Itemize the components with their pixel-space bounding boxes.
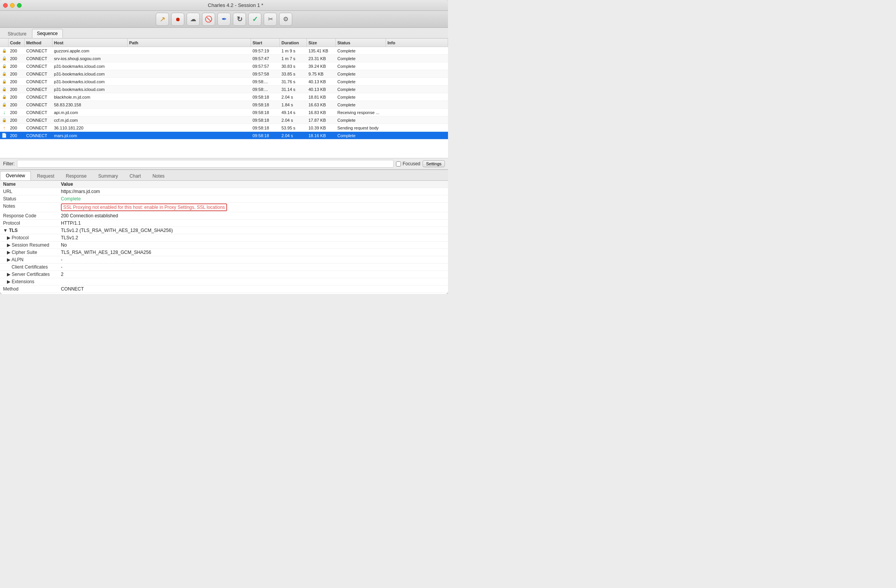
detail-row-tls: ▼ TLS TLSv1.2 (TLS_RSA_WITH_AES_128_GCM_… [0, 227, 448, 234]
table-row[interactable]: ↑ 200 CONNECT 36.110.181.220 09:58:18 53… [0, 124, 448, 132]
table-row[interactable]: 🔒 200 CONNECT p31-bookmarks.icloud.com 0… [0, 70, 448, 78]
cloud-btn[interactable]: ☁ [187, 13, 200, 26]
table-row[interactable]: 🔒 200 CONNECT blackhole.m.jd.com 09:58:1… [0, 93, 448, 101]
notes-label: Notes [0, 203, 58, 212]
refresh-icon: ↻ [237, 15, 243, 24]
td-method: CONNECT [25, 126, 52, 130]
tab-sequence[interactable]: Sequence [32, 29, 63, 38]
detail-row-server-certs: ▶ Server Certificates 2 [0, 271, 448, 278]
table-row[interactable]: ↓ 200 CONNECT api.m.jd.com 09:58:18 49.1… [0, 109, 448, 116]
record-icon: ⏺ [175, 16, 180, 22]
maximize-btn[interactable] [17, 3, 22, 8]
tab-chart[interactable]: Chart [124, 172, 146, 180]
th-info: Info [386, 39, 448, 47]
lock-icon: 🔒 [2, 102, 7, 107]
status-label: Status [0, 195, 58, 203]
tab-structure[interactable]: Structure [3, 30, 31, 38]
th-method: Method [25, 39, 52, 47]
table-row[interactable]: 🔒 200 CONNECT 58.83.230.158 09:58:18 1.8… [0, 101, 448, 109]
td-status: Complete [336, 79, 386, 84]
tls-value: TLSv1.2 (TLS_RSA_WITH_AES_128_GCM_SHA256… [58, 227, 448, 234]
td-icon: 🔒 [0, 56, 8, 60]
td-host: p31-bookmarks.icloud.com [52, 79, 128, 84]
stop-btn[interactable]: 🚫 [202, 13, 215, 26]
td-method: CONNECT [25, 72, 52, 76]
td-icon: 🔒 [0, 118, 8, 122]
detail-row-kept-alive: Kept Alive No [0, 293, 448, 294]
td-host: ccf.m.jd.com [52, 118, 128, 123]
method-value: CONNECT [58, 286, 448, 293]
td-duration: 1 m 9 s [280, 49, 307, 53]
focused-checkbox[interactable] [396, 161, 401, 166]
td-start: 09:58:18 [251, 102, 280, 107]
response-code-value: 200 Connection established [58, 212, 448, 220]
filter-input[interactable] [17, 160, 394, 168]
client-certs-value: - [58, 264, 448, 271]
td-size: 18.16 KB [307, 133, 336, 138]
td-code: 200 [8, 110, 25, 115]
table-row[interactable]: 🔒 200 CONNECT guzzoni.apple.com 09:57:19… [0, 47, 448, 55]
detail-column-header: Name Value [0, 181, 448, 188]
td-icon: 🔒 [0, 102, 8, 107]
td-size: 40.13 KB [307, 79, 336, 84]
tab-response[interactable]: Response [61, 172, 92, 180]
td-status: Sending request body [336, 126, 386, 130]
detail-row-method: Method CONNECT [0, 286, 448, 293]
td-status: Receiving response ... [336, 110, 386, 115]
refresh-btn[interactable]: ↻ [233, 13, 246, 26]
td-status: Complete [336, 133, 386, 138]
td-start: 09:58:18 [251, 95, 280, 99]
record-btn[interactable]: ⏺ [171, 13, 184, 26]
gear-btn[interactable]: ⚙ [279, 13, 292, 26]
table-row[interactable]: 🔒 200 CONNECT p31-bookmarks.icloud.com 0… [0, 86, 448, 93]
pen-btn[interactable]: ✒ [217, 13, 231, 26]
lock-icon: 🔒 [2, 56, 7, 60]
check-btn[interactable]: ✓ [248, 13, 261, 26]
td-code: 200 [8, 72, 25, 76]
td-duration: 33.85 s [280, 72, 307, 76]
value-column-header: Value [58, 181, 448, 188]
td-method: CONNECT [25, 133, 52, 138]
detail-row-response-code: Response Code 200 Connection established [0, 212, 448, 220]
td-duration: 31.76 s [280, 79, 307, 84]
tls-protocol-label: ▶ Protocol [0, 234, 58, 242]
table-row[interactable]: 🔒 200 CONNECT srv-ios.shouji.sogou.com 0… [0, 55, 448, 62]
minimize-btn[interactable] [10, 3, 15, 8]
td-method: CONNECT [25, 110, 52, 115]
td-size: 39.24 KB [307, 64, 336, 69]
td-code: 200 [8, 102, 25, 107]
tab-summary[interactable]: Summary [93, 172, 123, 180]
th-path: Path [128, 39, 251, 47]
td-code: 200 [8, 79, 25, 84]
table-row[interactable]: 🔒 200 CONNECT p31-bookmarks.icloud.com 0… [0, 62, 448, 70]
tools-icon: ✂ [268, 15, 273, 23]
td-method: CONNECT [25, 64, 52, 69]
upload-icon: ↑ [3, 125, 6, 131]
td-code: 200 [8, 49, 25, 53]
document-icon: 📄 [2, 133, 7, 138]
table-row[interactable]: 📄 200 CONNECT mars.jd.com 09:58:18 2.04 … [0, 132, 448, 139]
tab-overview[interactable]: Overview [0, 171, 31, 180]
close-btn[interactable] [3, 3, 8, 8]
table-row[interactable]: 🔒 200 CONNECT p31-bookmarks.icloud.com 0… [0, 78, 448, 86]
name-column-header: Name [0, 181, 58, 188]
lock-icon: 🔒 [2, 72, 7, 76]
detail-row-client-certs: Client Certificates - [0, 264, 448, 271]
td-code: 200 [8, 118, 25, 123]
td-host: p31-bookmarks.icloud.com [52, 87, 128, 92]
alpn-label: ▶ ALPN [0, 256, 58, 264]
settings-button[interactable]: Settings [423, 160, 445, 167]
tab-request[interactable]: Request [32, 172, 60, 180]
td-size: 18.81 KB [307, 95, 336, 99]
td-start: 09:58:... [251, 87, 280, 92]
td-start: 09:58:18 [251, 118, 280, 123]
pencil-btn[interactable]: ↗ [156, 13, 169, 26]
table-row[interactable]: 🔒 200 CONNECT ccf.m.jd.com 09:58:18 2.04… [0, 116, 448, 124]
th-status: Status [336, 39, 386, 47]
td-duration: 31.14 s [280, 87, 307, 92]
detail-row-extensions: ▶ Extensions [0, 278, 448, 286]
td-status: Complete [336, 102, 386, 107]
tab-notes[interactable]: Notes [147, 172, 170, 180]
cipher-suite-value: TLS_RSA_WITH_AES_128_GCM_SHA256 [58, 249, 448, 256]
tools-btn[interactable]: ✂ [264, 13, 277, 26]
